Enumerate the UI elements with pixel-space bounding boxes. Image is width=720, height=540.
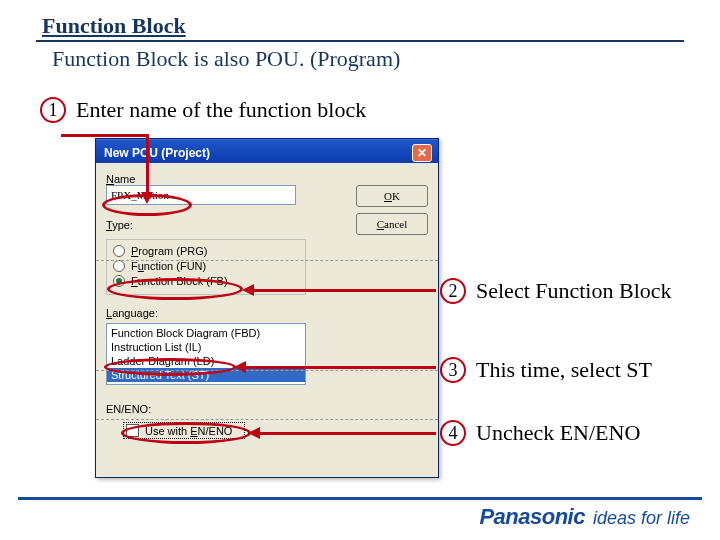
step-3-text: This time, select ST — [476, 357, 652, 383]
lang-fbd[interactable]: Function Block Diagram (FBD) — [107, 326, 305, 340]
footer-rule — [18, 497, 702, 500]
arrow-2 — [252, 289, 436, 292]
ok-button[interactable]: OK — [356, 185, 428, 207]
step-2-badge: 2 — [440, 278, 466, 304]
language-label: Language: — [106, 307, 428, 319]
radio-program[interactable]: Program (PRG) — [113, 245, 299, 257]
separator — [96, 260, 438, 261]
arrow-1 — [146, 134, 149, 194]
checkbox-icon — [126, 424, 139, 437]
radio-function[interactable]: Function (FUN) — [113, 260, 299, 272]
brand-text: Panasonic — [479, 504, 585, 530]
name-input[interactable] — [106, 185, 296, 205]
dialog-title-text: New POU (Project) — [104, 146, 210, 160]
close-icon: ✕ — [417, 146, 427, 160]
radio-icon — [113, 245, 125, 257]
eneno-check-label: Use with EN/ENO — [145, 425, 232, 437]
arrow-elbow — [61, 134, 149, 137]
name-label: NNameame — [106, 173, 428, 185]
type-group: Program (PRG) Function (FUN) Function Bl… — [106, 239, 306, 295]
step-4-badge: 4 — [440, 420, 466, 446]
step-2-text: Select Function Block — [476, 278, 672, 304]
step-3: 3 This time, select ST — [440, 357, 652, 383]
step-4: 4 Uncheck EN/ENO — [440, 420, 640, 446]
step-1-badge: 1 — [40, 97, 66, 123]
step-4-text: Uncheck EN/ENO — [476, 420, 640, 446]
footer-logo: Panasonic ideas for life — [479, 504, 690, 530]
lang-il[interactable]: Instruction List (IL) — [107, 340, 305, 354]
step-1-text: Enter name of the function block — [76, 97, 366, 123]
page-title: Function Block — [42, 13, 186, 39]
arrow-4 — [258, 432, 436, 435]
eneno-label: EN/ENO: — [106, 403, 306, 415]
arrow-3 — [244, 366, 436, 369]
separator — [96, 419, 438, 420]
close-button[interactable]: ✕ — [412, 144, 432, 162]
radio-function-block[interactable]: Function Block (FB) — [113, 275, 299, 287]
radio-fb-label: Function Block (FB) — [131, 275, 228, 287]
step-1: 1 Enter name of the function block — [40, 97, 366, 123]
step-3-badge: 3 — [440, 357, 466, 383]
radio-icon — [113, 275, 125, 287]
page-subtitle: Function Block is also POU. (Program) — [52, 46, 400, 72]
eneno-checkbox-row[interactable]: Use with EN/ENO — [124, 423, 244, 438]
separator — [96, 370, 438, 371]
radio-program-label: Program (PRG) — [131, 245, 207, 257]
cancel-button[interactable]: Cancel — [356, 213, 428, 235]
step-2: 2 Select Function Block — [440, 278, 672, 304]
tagline-text: ideas for life — [593, 508, 690, 529]
radio-icon — [113, 260, 125, 272]
radio-function-label: Function (FUN) — [131, 260, 206, 272]
language-list[interactable]: Function Block Diagram (FBD) Instruction… — [106, 323, 306, 385]
